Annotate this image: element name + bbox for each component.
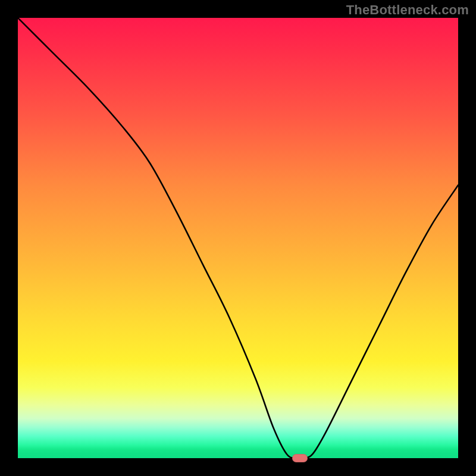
bottleneck-curve xyxy=(18,18,458,458)
chart-container: TheBottleneck.com xyxy=(0,0,476,476)
optimal-marker xyxy=(292,454,308,462)
plot-area xyxy=(18,18,458,458)
watermark-text: TheBottleneck.com xyxy=(346,2,469,18)
